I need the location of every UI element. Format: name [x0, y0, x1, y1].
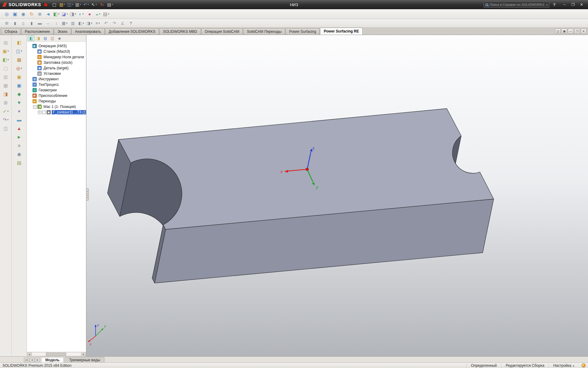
- tree-item-setups[interactable]: ▤Установки: [27, 71, 86, 76]
- tabs-scroll-first[interactable]: |◄: [24, 358, 29, 362]
- close-button[interactable]: ✕: [579, 2, 584, 7]
- bring-front-icon-dropdown-arrow[interactable]: ▾: [83, 22, 84, 25]
- hide-show-items-icon[interactable]: ◐▾: [78, 10, 85, 18]
- coordinate-system-icon[interactable]: ◎▾: [16, 64, 23, 72]
- view-settings-icon[interactable]: ▤▾: [103, 10, 110, 18]
- paste-icon[interactable]: ▤: [2, 39, 9, 46]
- help-icon[interactable]: ?: [127, 20, 134, 27]
- milling-3d-icon[interactable]: ▲: [16, 125, 23, 132]
- panel-splitter-handle[interactable]: [86, 188, 89, 201]
- section-view-icon[interactable]: ◧▾: [53, 10, 60, 18]
- search-input[interactable]: [490, 3, 545, 6]
- solidcam-operations-icon-dropdown-arrow[interactable]: ▾: [21, 50, 22, 52]
- display-style-icon-dropdown-arrow[interactable]: ▾: [75, 13, 76, 15]
- group-icon-dropdown-arrow[interactable]: ▾: [66, 22, 67, 25]
- tree-scroll-track[interactable]: [32, 352, 81, 356]
- tree-item-geometries[interactable]: ◇Геометрии: [27, 87, 86, 93]
- select-icon-dropdown-arrow[interactable]: ▾: [96, 3, 97, 6]
- tree-item-fixture[interactable]: ◩Приспособление: [27, 93, 86, 98]
- palette-icon[interactable]: ◨: [2, 90, 9, 98]
- previous-view-icon[interactable]: ◄: [44, 10, 52, 18]
- part-icon-dropdown-arrow[interactable]: ▾: [8, 59, 9, 61]
- view-orientation-icon[interactable]: ◪▾: [61, 10, 68, 18]
- spacing-horizontal-icon[interactable]: ↔: [44, 20, 52, 27]
- open-part-icon[interactable]: ▢: [2, 64, 9, 72]
- search-dropdown-arrow[interactable]: ▾: [546, 3, 548, 6]
- tab-evaluate[interactable]: Анализировать: [71, 28, 105, 35]
- pocket-operation-icon[interactable]: ▼: [16, 99, 23, 106]
- help-button[interactable]: ?: [551, 2, 557, 7]
- coordinate-system-icon-dropdown-arrow[interactable]: ▾: [21, 67, 22, 70]
- zoom-inout-icon[interactable]: ◉: [20, 10, 27, 18]
- measure-icon[interactable]: ∠: [119, 20, 126, 27]
- status-editing[interactable]: Редактируется Сборка: [501, 363, 548, 368]
- panel-toggle-icon[interactable]: ◫: [2, 125, 9, 132]
- drill-operation-icon[interactable]: ▾: [16, 107, 23, 115]
- tree-scroll-right-button[interactable]: ►: [81, 352, 86, 356]
- doc-minimize-button[interactable]: —: [568, 29, 574, 34]
- tab-sketch[interactable]: Эскиз: [54, 28, 71, 35]
- curve-icon[interactable]: ↷▾: [2, 116, 9, 124]
- sheet-icon[interactable]: ▦: [2, 82, 9, 89]
- doc-pane-button-2[interactable]: ▣: [561, 29, 567, 34]
- tab-assembly[interactable]: Сборка: [1, 28, 21, 35]
- send-back-icon-dropdown-arrow[interactable]: ▾: [91, 22, 92, 25]
- tab-solidworks-mbd[interactable]: SOLIDWORKS MBD: [159, 28, 201, 35]
- save-icon[interactable]: ◫▾: [66, 1, 74, 8]
- part-icon[interactable]: ◧▾: [2, 56, 9, 63]
- doc-close-button[interactable]: ✕: [581, 29, 586, 34]
- tab-power-surfacing[interactable]: Power Surfacing: [285, 28, 320, 35]
- tree-item-fcontour-checkbox[interactable]: [42, 111, 46, 114]
- model-canvas[interactable]: x z y z y x: [86, 35, 588, 356]
- save-icon-dropdown-arrow[interactable]: ▾: [72, 3, 73, 6]
- print-icon-dropdown-arrow[interactable]: ▾: [80, 3, 81, 6]
- doc-pane-button-1[interactable]: ◫: [555, 29, 561, 34]
- curve-icon-dropdown-arrow[interactable]: ▾: [7, 119, 9, 121]
- configurationmanager-tab[interactable]: ◫: [49, 36, 56, 41]
- tabs-scroll-right[interactable]: ►: [35, 358, 40, 362]
- help-globe-icon[interactable]: [582, 363, 586, 367]
- zoom-area-icon[interactable]: ▣: [11, 10, 19, 18]
- tree-item-mac1-expander[interactable]: −: [33, 105, 36, 109]
- tree-item-stock[interactable]: ▦Заготовка (stock): [27, 60, 86, 65]
- open-icon[interactable]: ▨▾: [58, 1, 66, 8]
- view-orientation-icon-dropdown-arrow[interactable]: ▾: [66, 13, 68, 15]
- target-model-icon[interactable]: ▣: [16, 82, 23, 89]
- tree-item-target[interactable]: ▦Деталь (target): [27, 65, 86, 71]
- tree-item-fcontour-expander[interactable]: +: [38, 111, 41, 114]
- viewport[interactable]: x z y z y x: [86, 35, 588, 356]
- options-icon-dropdown-arrow[interactable]: ▾: [112, 3, 113, 6]
- align-center-icon[interactable]: ▯: [20, 20, 27, 27]
- select-icon[interactable]: ↖▾: [90, 1, 98, 8]
- tree-item-tool[interactable]: ▥Инструмент: [27, 76, 86, 82]
- tab-layout[interactable]: Расположение: [21, 28, 54, 35]
- tree-scroll-thumb[interactable]: [46, 353, 66, 356]
- face-operation-icon[interactable]: ▬: [16, 116, 23, 124]
- print-part-icon[interactable]: ▥: [2, 73, 9, 81]
- status-state[interactable]: Определенный: [466, 363, 501, 368]
- rotate-right-icon[interactable]: ↷: [111, 20, 118, 27]
- undo-icon[interactable]: ↶▾: [82, 1, 90, 8]
- align-top-icon[interactable]: ▬: [36, 20, 43, 27]
- view-settings-icon-dropdown-arrow[interactable]: ▾: [108, 13, 109, 15]
- report-icon[interactable]: ▤: [16, 159, 23, 167]
- profile-operation-icon[interactable]: ◆: [16, 90, 23, 98]
- grid-icon[interactable]: ⊞: [2, 99, 9, 106]
- constraints-icon[interactable]: ✓▾: [2, 107, 9, 115]
- distribute-icon[interactable]: ≡▾: [94, 20, 101, 27]
- featuremanager-tab[interactable]: ◨: [35, 36, 42, 41]
- tree-scroll-left-button[interactable]: ◄: [27, 352, 32, 356]
- options-icon[interactable]: ▤▾: [106, 1, 114, 8]
- pan-icon[interactable]: ⊕: [36, 10, 43, 18]
- tabs-scroll-left[interactable]: ◄: [29, 358, 35, 362]
- tree-item-machine[interactable]: ▣Станок (Mach3): [27, 49, 86, 54]
- 3d-views-tab[interactable]: Трехмерные виды: [65, 357, 104, 362]
- edit-appearance-icon[interactable]: ●: [86, 10, 93, 18]
- tree-item-techprocess[interactable]: ≡ТехПроцесс: [27, 82, 86, 87]
- tool-table-icon[interactable]: ▦: [16, 56, 23, 63]
- simulate-icon[interactable]: ►: [16, 133, 23, 141]
- solidcam-operations-icon[interactable]: ◫▾: [15, 47, 23, 55]
- image-icon[interactable]: ▣▾: [2, 47, 9, 55]
- dimxpert-tab[interactable]: ◆: [56, 36, 63, 41]
- help-search-box[interactable]: ▾: [484, 2, 549, 8]
